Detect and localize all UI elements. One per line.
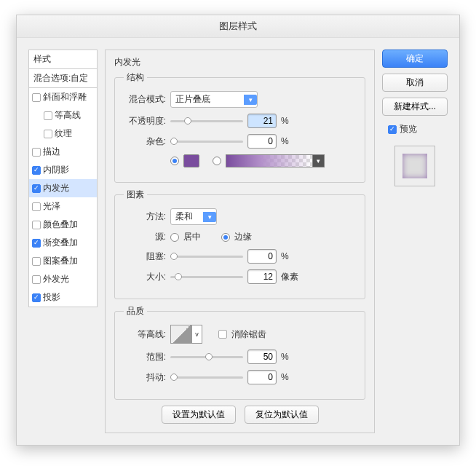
effect-item[interactable]: 等高线: [29, 106, 97, 125]
noise-unit: %: [281, 136, 289, 146]
technique-dropdown[interactable]: 柔和 ▾: [170, 208, 217, 225]
noise-label: 杂色:: [124, 135, 166, 148]
structure-legend: 结构: [124, 71, 147, 84]
reset-default-button[interactable]: 复位为默认值: [245, 406, 319, 424]
noise-slider[interactable]: [170, 136, 243, 146]
effect-item[interactable]: 内阴影: [29, 161, 97, 179]
effect-checkbox[interactable]: [32, 202, 41, 211]
styles-heading[interactable]: 样式: [28, 50, 98, 68]
effect-label: 斜面和浮雕: [43, 91, 87, 103]
effect-checkbox[interactable]: [32, 239, 41, 248]
effect-checkbox[interactable]: [44, 130, 52, 138]
main-panel: 内发光 结构 混合模式: 正片叠底 ▾ 不透明度: %: [105, 50, 375, 433]
effect-item[interactable]: 描边: [29, 143, 97, 161]
effect-checkbox[interactable]: [32, 166, 41, 175]
size-label: 大小:: [124, 271, 166, 283]
effect-label: 投影: [43, 291, 60, 304]
blend-mode-label: 混合模式:: [124, 93, 166, 106]
right-panel: 确定 取消 新建样式... 预览: [382, 50, 448, 433]
choke-label: 阻塞:: [124, 250, 166, 263]
effect-label: 渐变叠加: [43, 237, 78, 249]
opacity-label: 不透明度:: [124, 115, 166, 127]
new-style-button[interactable]: 新建样式...: [382, 98, 448, 116]
effect-item[interactable]: 颜色叠加: [29, 216, 97, 234]
effect-item[interactable]: 渐变叠加: [29, 234, 97, 252]
elements-legend: 图素: [124, 189, 147, 201]
opacity-unit: %: [281, 116, 289, 126]
range-input[interactable]: [247, 350, 277, 364]
effect-item[interactable]: 外发光: [29, 270, 97, 288]
contour-picker[interactable]: v: [170, 325, 202, 344]
blend-mode-dropdown[interactable]: 正片叠底 ▾: [170, 91, 258, 108]
effect-checkbox[interactable]: [32, 257, 41, 266]
technique-value: 柔和: [175, 210, 193, 223]
solid-color-radio[interactable]: [170, 157, 179, 165]
effects-list: 斜面和浮雕等高线纹理描边内阴影内发光光泽颜色叠加渐变叠加图案叠加外发光投影: [28, 88, 98, 307]
choke-slider[interactable]: [170, 251, 243, 261]
preview-label: 预览: [400, 123, 417, 135]
jitter-input[interactable]: [247, 370, 277, 384]
effect-label: 图案叠加: [43, 255, 78, 267]
color-swatch[interactable]: [183, 154, 199, 167]
effect-item[interactable]: 内发光: [29, 179, 97, 197]
effect-label: 等高线: [55, 109, 81, 122]
elements-group: 图素 方法: 柔和 ▾ 源: 居中 边缘 阻塞:: [114, 189, 365, 299]
jitter-unit: %: [281, 372, 289, 382]
source-center-radio[interactable]: [170, 233, 179, 242]
antialias-label: 消除锯齿: [231, 328, 266, 341]
preview-thumbnail: [394, 146, 435, 186]
range-unit: %: [281, 352, 289, 362]
size-slider[interactable]: [170, 272, 243, 282]
source-edge-radio[interactable]: [221, 233, 230, 242]
effect-label: 描边: [43, 146, 60, 158]
quality-legend: 品质: [124, 305, 147, 317]
effect-label: 内阴影: [43, 164, 69, 176]
layer-style-dialog: 图层样式 样式 混合选项:自定 斜面和浮雕等高线纹理描边内阴影内发光光泽颜色叠加…: [16, 15, 460, 446]
quality-group: 品质 等高线: v 消除锯齿 范围: %: [114, 305, 365, 400]
antialias-checkbox[interactable]: [218, 330, 227, 339]
effect-label: 纹理: [55, 127, 72, 140]
make-default-button[interactable]: 设置为默认值: [162, 406, 236, 424]
size-unit: 像素: [281, 271, 298, 283]
jitter-slider[interactable]: [170, 372, 243, 382]
dialog-title: 图层样式: [17, 15, 459, 38]
effect-item[interactable]: 投影: [29, 288, 97, 307]
effect-checkbox[interactable]: [32, 221, 41, 229]
effect-checkbox[interactable]: [44, 111, 52, 120]
effect-checkbox[interactable]: [32, 184, 41, 193]
source-center-label: 居中: [183, 231, 201, 243]
opacity-slider[interactable]: [170, 116, 243, 126]
source-label: 源:: [124, 231, 166, 243]
effect-item[interactable]: 光泽: [29, 197, 97, 216]
gradient-radio[interactable]: [213, 157, 221, 165]
effect-label: 颜色叠加: [43, 218, 78, 231]
effect-item[interactable]: 斜面和浮雕: [29, 88, 97, 106]
choke-input[interactable]: [247, 249, 277, 264]
effect-checkbox[interactable]: [32, 275, 41, 284]
technique-label: 方法:: [124, 210, 166, 223]
contour-label: 等高线:: [124, 328, 166, 341]
contour-swatch-icon: [170, 325, 192, 344]
effect-label: 内发光: [43, 182, 69, 194]
chevron-updown-icon: ▾: [203, 212, 216, 222]
preview-checkbox[interactable]: [388, 125, 397, 134]
range-label: 范围:: [124, 351, 166, 363]
gradient-swatch: [226, 154, 313, 167]
blend-mode-value: 正片叠底: [175, 93, 210, 106]
effect-checkbox[interactable]: [32, 148, 41, 157]
effect-item[interactable]: 图案叠加: [29, 252, 97, 270]
noise-input[interactable]: [247, 134, 277, 149]
panel-title: 内发光: [114, 56, 365, 68]
effect-checkbox[interactable]: [32, 293, 41, 302]
blending-options[interactable]: 混合选项:自定: [28, 68, 98, 88]
size-input[interactable]: [247, 269, 277, 284]
structure-group: 结构 混合模式: 正片叠底 ▾ 不透明度: % 杂色:: [114, 71, 365, 183]
effect-item[interactable]: 纹理: [29, 125, 97, 143]
cancel-button[interactable]: 取消: [382, 74, 448, 92]
chevron-updown-icon: ▾: [244, 95, 257, 105]
gradient-picker[interactable]: ▾: [226, 154, 325, 167]
ok-button[interactable]: 确定: [382, 50, 448, 68]
effect-checkbox[interactable]: [32, 93, 41, 102]
range-slider[interactable]: [170, 352, 243, 362]
opacity-input[interactable]: [247, 114, 277, 128]
